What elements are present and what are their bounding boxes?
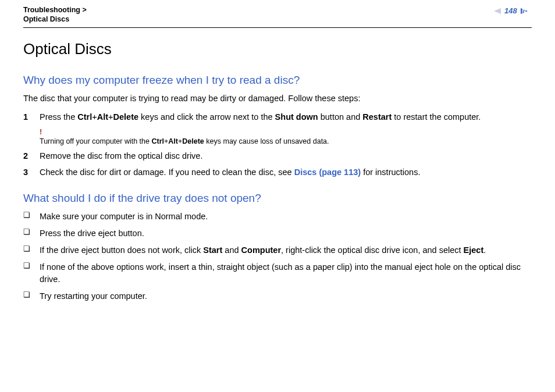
bullet-text: Press the drive eject button. xyxy=(40,227,532,240)
bullet-icon: ❏ xyxy=(23,227,40,237)
bullet-text: Make sure your computer is in Normal mod… xyxy=(40,211,532,223)
steps-list: 1 Press the Ctrl+Alt+Delete keys and cli… xyxy=(23,111,532,179)
breadcrumb-parent[interactable]: Troubleshooting xyxy=(23,6,80,14)
warning-icon: ! xyxy=(40,127,532,138)
next-page-label: N xyxy=(522,7,526,16)
bullet-text: Try restarting your computer. xyxy=(40,290,532,302)
bullet-icon: ❏ xyxy=(23,290,40,300)
bullet-icon: ❏ xyxy=(23,211,40,220)
step-number: 1 xyxy=(23,111,40,123)
page-number: 148 xyxy=(504,6,517,17)
step-3: 3 Check the disc for dirt or damage. If … xyxy=(23,166,532,179)
key-ctrl: Ctrl xyxy=(77,112,92,122)
bullet-icon: ❏ xyxy=(23,244,40,254)
document-page: Troubleshooting > Optical Discs 148 N Op… xyxy=(0,0,555,319)
restart-label: Restart xyxy=(362,112,392,122)
list-item: ❏ If the drive eject button does not wor… xyxy=(23,244,532,256)
discs-link[interactable]: Discs (page 113) xyxy=(294,168,361,177)
warning-note: ! Turning off your computer with the Ctr… xyxy=(40,127,532,147)
page-header: Troubleshooting > Optical Discs 148 N xyxy=(23,6,532,28)
step-1: 1 Press the Ctrl+Alt+Delete keys and cli… xyxy=(23,111,532,147)
start-label: Start xyxy=(203,245,222,255)
page-number-nav: 148 N xyxy=(494,6,532,17)
bullet-text: If none of the above options work, inser… xyxy=(40,261,532,286)
list-item: ❏ Press the drive eject button. xyxy=(23,227,532,240)
step-2: 2 Remove the disc from the optical disc … xyxy=(23,150,532,162)
key-alt: Alt xyxy=(97,112,108,122)
key-delete: Delete xyxy=(113,112,139,122)
computer-label: Computer xyxy=(241,245,281,255)
step-number: 3 xyxy=(23,166,40,179)
step-text: Remove the disc from the optical disc dr… xyxy=(40,150,532,162)
list-item: ❏ If none of the above options work, ins… xyxy=(23,261,532,286)
shut-down-label: Shut down xyxy=(275,112,318,122)
breadcrumb-current: Optical Discs xyxy=(23,15,69,23)
eject-label: Eject xyxy=(464,245,484,255)
breadcrumb-sep: > xyxy=(82,6,86,14)
bullet-icon: ❏ xyxy=(23,261,40,271)
section1-intro: The disc that your computer is trying to… xyxy=(23,92,532,105)
breadcrumb: Troubleshooting > Optical Discs xyxy=(23,6,87,24)
list-item: ❏ Make sure your computer is in Normal m… xyxy=(23,211,532,223)
text: Press the xyxy=(40,112,77,122)
bullet-list: ❏ Make sure your computer is in Normal m… xyxy=(23,211,532,302)
step-number: 2 xyxy=(23,150,40,162)
section2-heading: What should I do if the drive tray does … xyxy=(23,190,532,206)
page-title: Optical Discs xyxy=(23,38,532,60)
prev-page-icon[interactable] xyxy=(494,8,501,14)
section1-heading: Why does my computer freeze when I try t… xyxy=(23,72,532,88)
list-item: ❏ Try restarting your computer. xyxy=(23,290,532,302)
